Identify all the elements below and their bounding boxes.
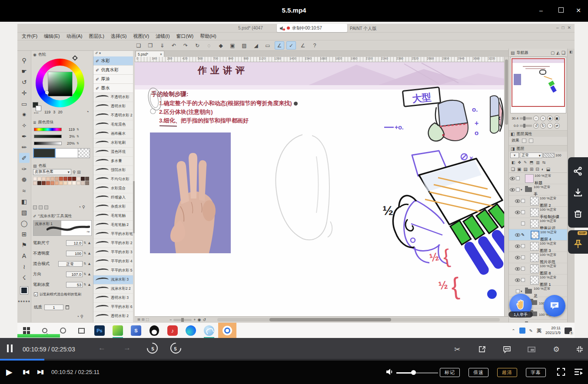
menu-item[interactable]: 帮助(H) xyxy=(200,33,216,40)
svip-pin-widget[interactable]: SVIP xyxy=(568,230,588,254)
reference-icon[interactable]: ▥ xyxy=(536,160,540,165)
folder-arrow-icon[interactable] xyxy=(521,188,524,192)
canvas-paper[interactable]: 作业讲评 手的绘制步骤: 1.确定整个手的大小和动态(根据指节的弯折角度来找)2… xyxy=(135,62,504,316)
info-icon[interactable]: ◭ xyxy=(556,50,560,55)
airbrush-tool-icon[interactable]: ✐ xyxy=(19,153,30,163)
brush-item[interactable]: 透明水彩 3 xyxy=(93,294,135,303)
flip-icon[interactable]: ⇄ xyxy=(554,123,560,129)
hue-slider[interactable] xyxy=(34,128,62,131)
layer-checkbox[interactable] xyxy=(521,255,525,259)
layer-thumbnail[interactable] xyxy=(531,231,539,239)
layer-row[interactable]: ✎ 100 %正常 图层 3 xyxy=(509,241,568,252)
visibility-toggle-icon[interactable] xyxy=(515,245,520,248)
compress-button[interactable] xyxy=(575,344,585,354)
visibility-toggle-icon[interactable] xyxy=(510,188,515,192)
meeting-app-icon[interactable] xyxy=(200,323,218,338)
brush-item[interactable]: 水彩笔刷 xyxy=(93,139,135,148)
setting-stepper[interactable]: ⇅ xyxy=(83,262,86,265)
brush-item[interactable]: 不透明水彩 xyxy=(93,93,135,102)
tool-overflow-dots[interactable]: ●●●●● xyxy=(18,299,30,303)
netease-music-icon[interactable]: ♪ xyxy=(163,323,182,338)
windows-ink-icon[interactable]: ✎ xyxy=(529,328,533,333)
volume-knob[interactable] xyxy=(411,370,416,375)
zoom-in-button[interactable]: + xyxy=(193,318,196,322)
canvas-footer-icons[interactable]: ⊞⊟⬚ xyxy=(137,318,150,321)
primary-color-swatch[interactable] xyxy=(33,148,56,158)
brush-item[interactable]: 浅涂水彩 3 xyxy=(93,275,135,285)
palette-swatch[interactable] xyxy=(37,181,41,185)
brush-checkbox-row[interactable]: ✓ 以笔刷模式混合相邻的笔刷 xyxy=(34,292,92,297)
color-history-icon[interactable]: ◔ xyxy=(86,109,89,114)
menu-item[interactable]: 视图(V) xyxy=(133,33,149,40)
player-option-button[interactable]: 超清 xyxy=(497,368,517,377)
draft-icon[interactable]: ✎ xyxy=(524,160,527,165)
rotate-canvas-icon[interactable]: ↺ xyxy=(19,77,30,87)
palette-swatch[interactable] xyxy=(76,181,80,185)
reset-view-icon[interactable]: ↻ xyxy=(193,41,202,50)
subtool-group[interactable]: ✐ 墨水 xyxy=(93,84,134,93)
pin-icon[interactable] xyxy=(573,239,583,249)
layer-row[interactable]: ✎ 100 %正常 照片示范 xyxy=(509,252,568,263)
hue-stepper[interactable]: ⇅ xyxy=(76,128,79,131)
merge-down-icon[interactable]: ⊞ xyxy=(530,167,533,172)
brush-item[interactable]: 平平的水彩 4 xyxy=(93,257,135,266)
layer-thumbnail[interactable] xyxy=(530,219,539,228)
palette-swatch[interactable] xyxy=(85,181,89,185)
brush-item[interactable]: 透明水彩 2 xyxy=(93,312,135,321)
saturation-slider[interactable] xyxy=(34,135,62,138)
palette-swatch[interactable] xyxy=(50,177,54,181)
palette-swatch[interactable] xyxy=(76,177,80,181)
visibility-toggle-icon[interactable] xyxy=(515,211,520,214)
palette-swatch[interactable] xyxy=(42,181,46,185)
rotate-right-icon[interactable]: ↻ xyxy=(540,123,546,129)
setting-extra-icon[interactable]: ▲ xyxy=(87,241,92,245)
layer-thumbnail[interactable] xyxy=(530,197,539,205)
scale-rotate-icon[interactable]: ◢ xyxy=(251,41,261,50)
palette-swatch[interactable] xyxy=(59,181,63,185)
rotate-left-icon[interactable]: ↺ xyxy=(533,123,539,129)
zoom-out-button[interactable]: − xyxy=(169,318,172,322)
clip-icon[interactable]: ⇆ xyxy=(542,160,546,165)
panel-dots[interactable]: ••• xyxy=(34,111,39,115)
qq-icon[interactable] xyxy=(145,323,163,338)
brush-item[interactable]: 平平的水彩 6 xyxy=(93,303,135,312)
brush-item[interactable]: 杂质水彩 xyxy=(93,202,135,212)
photoshop-icon[interactable]: Ps xyxy=(90,323,109,338)
clear-texture-icon[interactable] xyxy=(66,305,69,309)
subview-icon[interactable]: ▢ xyxy=(551,50,555,55)
visibility-toggle-icon[interactable] xyxy=(510,177,515,180)
brush-item[interactable]: 毛笔笔触 2 xyxy=(93,221,135,230)
next-button[interactable]: ▶▮ xyxy=(37,368,43,375)
brush-setting-row[interactable]: 不透明度 100 ⇅ ▲ xyxy=(33,249,92,258)
palette-swatch[interactable] xyxy=(59,177,63,181)
palette-swatch[interactable] xyxy=(72,177,76,181)
window-close-button[interactable]: ✕ xyxy=(573,6,584,15)
player-option-button[interactable]: 倍速 NEW xyxy=(468,368,488,377)
secondary-color-swatch[interactable] xyxy=(56,148,78,158)
layer-property-title[interactable]: 图层属性 xyxy=(516,131,532,137)
visibility-toggle-icon[interactable] xyxy=(515,233,520,237)
figure-tool-icon[interactable]: ◯ xyxy=(19,218,30,228)
brush-item[interactable]: 毛笔笔触 xyxy=(93,212,135,221)
window-maximize-button[interactable] xyxy=(555,6,567,15)
brush-item[interactable]: 平平的水彩笔 xyxy=(93,230,135,239)
lock-transparent-icon[interactable]: ◧ xyxy=(512,160,515,165)
layer-checkbox[interactable] xyxy=(521,210,525,214)
brush-item[interactable]: 纤维渗入 xyxy=(93,193,135,202)
move-tool-icon[interactable]: ✛ xyxy=(19,88,30,98)
lock-icon[interactable]: ⬒ xyxy=(530,160,534,165)
brush-item[interactable]: 平平的水彩 5 xyxy=(93,266,135,275)
palette-add-icon[interactable]: ⊞ xyxy=(77,170,80,175)
open-file-icon[interactable]: ❐ xyxy=(146,41,155,50)
palette-swatch[interactable] xyxy=(50,181,54,185)
share-button[interactable] xyxy=(571,165,585,178)
visibility-toggle-icon[interactable] xyxy=(515,199,520,203)
vertical-scrollbar[interactable] xyxy=(504,57,508,316)
setting-extra-icon[interactable]: ▲ xyxy=(87,272,92,276)
layer-checkbox[interactable] xyxy=(516,289,520,293)
rotate-reset-button[interactable]: ↺ xyxy=(203,318,206,322)
blend-mode-select[interactable]: 正常▾ xyxy=(520,152,542,158)
playlist-button[interactable] xyxy=(574,368,583,376)
blend-tool-icon[interactable]: ≈ xyxy=(19,185,30,195)
checkbox-icon[interactable]: ✓ xyxy=(34,292,38,296)
